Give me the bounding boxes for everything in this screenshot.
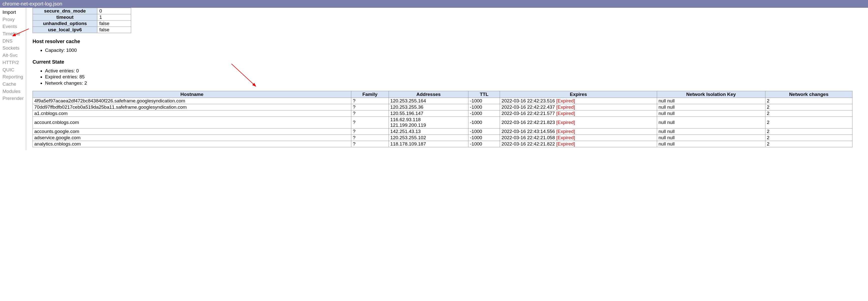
cell-addresses: 120.253.255.102 [389,134,468,141]
config-key: use_local_ipv6 [33,27,97,33]
config-key: secure_dns_mode [33,8,97,14]
cell-changes: 2 [765,110,852,116]
header-nik: Network Isolation Key [657,91,765,98]
cell-ttl: -1000 [468,98,500,104]
cell-nik: null null [657,98,765,104]
cell-changes: 2 [765,134,852,141]
cell-hostname: account.cnblogs.com [33,116,351,128]
sidebar-item-dns[interactable]: DNS [0,37,26,45]
cell-hostname: analytics.cnblogs.com [33,141,351,147]
table-row: unhandled_options false [33,21,131,27]
cell-family: ? [351,134,389,141]
cell-hostname: 4f9a5ef97acaea2df472bc843840f226.safefra… [33,98,351,104]
current-state-heading: Current State [33,59,865,65]
table-row: timeout 1 [33,14,131,21]
header-family: Family [351,91,389,98]
expired-badge: [Expired] [556,104,575,110]
host-cache-list: Capacity: 1000 [45,47,865,54]
capacity-item: Capacity: 1000 [45,47,865,54]
config-value: false [97,21,131,27]
sidebar-item-prerender[interactable]: Prerender [0,95,26,102]
cell-addresses: 120.253.255.164 [389,98,468,104]
table-row: 70dd97ffbdfb0217ceb0a519da25ba11.safefra… [33,104,852,110]
sidebar-item-sockets[interactable]: Sockets [0,44,26,52]
cell-changes: 2 [765,98,852,104]
cell-addresses: 142.251.43.13 [389,128,468,134]
cache-table: Hostname Family Addresses TTL Expires Ne… [33,91,852,147]
config-key: unhandled_options [33,21,97,27]
sidebar-item-cache[interactable]: Cache [0,81,26,88]
cell-ttl: -1000 [468,128,500,134]
header-hostname: Hostname [33,91,351,98]
cell-hostname: adservice.google.com [33,134,351,141]
cell-family: ? [351,116,389,128]
cell-hostname: a1.cnblogs.com [33,110,351,116]
cell-expires: 2022-03-16 22:42:23.516 [Expired] [500,98,657,104]
cell-addresses: 118.178.109.187 [389,141,468,147]
sidebar-item-modules[interactable]: Modules [0,88,26,95]
cell-expires: 2022-03-16 22:42:21.577 [Expired] [500,110,657,116]
cell-expires: 2022-03-16 22:42:21.058 [Expired] [500,134,657,141]
header-ttl: TTL [468,91,500,98]
cell-family: ? [351,104,389,110]
cell-nik: null null [657,110,765,116]
cell-nik: null null [657,141,765,147]
main-content: secure_dns_mode 0 timeout 1 unhandled_op… [26,8,868,150]
expired-badge: [Expired] [556,129,575,134]
expired-badge: [Expired] [556,98,575,103]
expired-badge: [Expired] [556,120,575,125]
cell-nik: null null [657,104,765,110]
sidebar-item-http2[interactable]: HTTP/2 [0,59,26,66]
sidebar-item-quic[interactable]: QUIC [0,66,26,73]
cell-changes: 2 [765,128,852,134]
header-expires: Expires [500,91,657,98]
cell-changes: 2 [765,141,852,147]
cell-addresses: 120.55.196.147 [389,110,468,116]
cell-addresses: 120.253.255.36 [389,104,468,110]
sidebar-item-import[interactable]: Import [0,9,26,16]
expired-badge: [Expired] [556,135,575,140]
cell-hostname: 70dd97ffbdfb0217ceb0a519da25ba11.safefra… [33,104,351,110]
sidebar-item-proxy[interactable]: Proxy [0,16,26,23]
table-row: a1.cnblogs.com?120.55.196.147-10002022-0… [33,110,852,116]
cell-family: ? [351,128,389,134]
current-state-list: Active entries: 0 Expired entries: 85 Ne… [45,68,865,86]
cell-ttl: -1000 [468,104,500,110]
sidebar-item-alt-svc[interactable]: Alt-Svc [0,52,26,59]
cell-changes: 2 [765,116,852,128]
sidebar-item-events[interactable]: Events [0,23,26,30]
sidebar-item-reporting[interactable]: Reporting [0,73,26,81]
expired-entries-item: Expired entries: 85 [45,74,865,80]
cell-ttl: -1000 [468,141,500,147]
table-row: secure_dns_mode 0 [33,8,131,14]
cell-expires: 2022-03-16 22:43:14.556 [Expired] [500,128,657,134]
cell-family: ? [351,98,389,104]
cell-expires: 2022-03-16 22:42:21.823 [Expired] [500,116,657,128]
host-cache-heading: Host resolver cache [33,38,865,44]
cell-expires: 2022-03-16 22:42:22.437 [Expired] [500,104,657,110]
config-value: false [97,27,131,33]
config-key: timeout [33,14,97,21]
cell-nik: null null [657,134,765,141]
header-changes: Network changes [765,91,852,98]
cell-ttl: -1000 [468,110,500,116]
cell-nik: null null [657,116,765,128]
config-table: secure_dns_mode 0 timeout 1 unhandled_op… [33,8,131,33]
sidebar: Import Proxy Events Timeline DNS Sockets… [0,8,26,150]
sidebar-item-timeline[interactable]: Timeline [0,30,26,37]
config-value: 1 [97,14,131,21]
table-row: account.cnblogs.com?116.62.93.118 121.19… [33,116,852,128]
cell-changes: 2 [765,104,852,110]
layout: Import Proxy Events Timeline DNS Sockets… [0,8,868,150]
table-row: use_local_ipv6 false [33,27,131,33]
cell-nik: null null [657,128,765,134]
expired-badge: [Expired] [556,141,575,147]
cell-family: ? [351,110,389,116]
cell-ttl: -1000 [468,116,500,128]
table-row: adservice.google.com?120.253.255.102-100… [33,134,852,141]
table-row: analytics.cnblogs.com?118.178.109.187-10… [33,141,852,147]
table-row: 4f9a5ef97acaea2df472bc843840f226.safefra… [33,98,852,104]
table-header-row: Hostname Family Addresses TTL Expires Ne… [33,91,852,98]
header-addresses: Addresses [389,91,468,98]
config-value: 0 [97,8,131,14]
